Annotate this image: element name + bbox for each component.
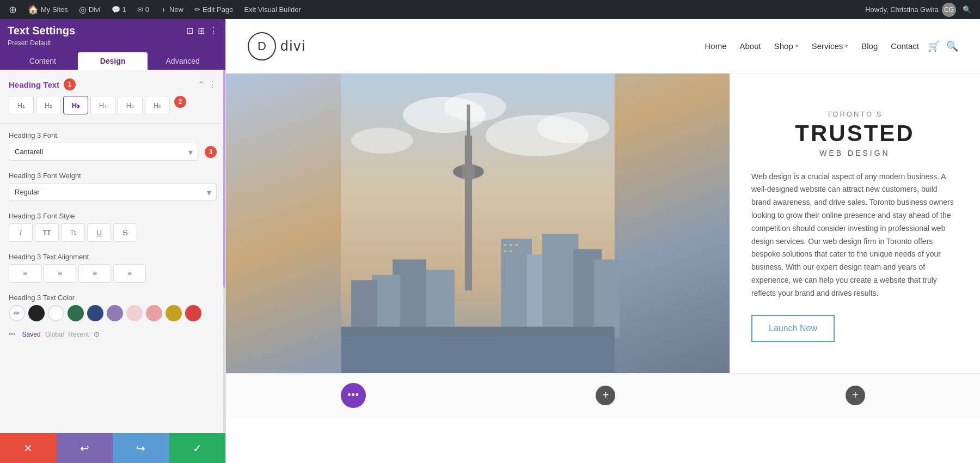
nav-home[interactable]: Home xyxy=(705,41,726,51)
nav-contact[interactable]: Contact xyxy=(891,41,919,51)
heading-levels: H₁ H₂ H₃ H₄ H₅ H₆ 2 xyxy=(0,96,225,121)
color-picker-button[interactable]: ✏ xyxy=(9,305,25,321)
color-saved-label: Saved xyxy=(22,331,41,338)
panel-resize-icon[interactable]: ⊡ xyxy=(186,26,193,36)
toronto-subtext: TORONTO'S xyxy=(751,110,958,118)
search-admin-icon[interactable]: 🔍 xyxy=(958,0,976,19)
toronto-webdesign: WEB DESIGN xyxy=(751,149,958,157)
svg-rect-21 xyxy=(509,244,512,246)
undo-button[interactable]: ↩ xyxy=(57,433,113,463)
avatar: CG xyxy=(942,3,956,17)
color-swatch-dark-green[interactable] xyxy=(68,305,84,321)
logo-text: divi xyxy=(280,38,306,54)
nav-services[interactable]: Services ▾ xyxy=(812,41,849,51)
align-left-button[interactable]: ≡ xyxy=(9,264,41,283)
panel-more-icon[interactable]: ⋮ xyxy=(209,26,218,36)
h3-button[interactable]: H₃ xyxy=(63,96,88,114)
h6-button[interactable]: H₆ xyxy=(145,96,170,114)
comments-link[interactable]: 💬 1 xyxy=(107,0,131,19)
font-style-field-group: Heading 3 Font Style I TT Tt U S xyxy=(0,206,225,247)
color-swatch-black[interactable] xyxy=(28,305,45,321)
site-content: TORONTO'S TRUSTED WEB DESIGN Web design … xyxy=(226,74,980,463)
messages-link[interactable]: ✉ 0 xyxy=(133,0,154,19)
alignment-buttons: ≡ ≡ ≡ ≡ xyxy=(9,264,217,283)
italic-button[interactable]: I xyxy=(9,223,33,242)
svg-rect-6 xyxy=(465,136,472,290)
uppercase-button[interactable]: TT xyxy=(35,223,59,242)
site-nav: D divi Home About Shop ▾ Services ▾ xyxy=(226,19,980,74)
cancel-button[interactable]: ✕ xyxy=(0,433,57,463)
shop-chevron-icon: ▾ xyxy=(795,42,799,50)
tab-design[interactable]: Design xyxy=(78,52,148,70)
h4-button[interactable]: H₄ xyxy=(90,96,115,114)
new-button[interactable]: ＋ New xyxy=(156,0,188,19)
color-swatch-white[interactable] xyxy=(48,305,64,321)
site-menu-icons: 🛒 🔍 xyxy=(928,40,958,52)
content-bottom-row: ••• + + xyxy=(226,373,980,417)
heading-text-section: Heading Text 1 ⌃ ⋮ xyxy=(0,70,225,96)
section-options-button[interactable]: ••• xyxy=(341,383,366,408)
nav-blog[interactable]: Blog xyxy=(861,41,878,51)
svg-rect-9 xyxy=(462,165,475,179)
edit-page-link[interactable]: ✏ Edit Page xyxy=(190,0,237,19)
nav-shop[interactable]: Shop ▾ xyxy=(774,41,799,51)
svg-rect-26 xyxy=(341,337,615,373)
h2-button[interactable]: H₂ xyxy=(36,96,61,114)
launch-now-button[interactable]: Launch Now xyxy=(751,315,835,342)
divi-menu[interactable]: ◎ Divi xyxy=(75,0,105,19)
section-more-icon[interactable]: ⋮ xyxy=(208,80,217,90)
color-swatch-dark-blue[interactable] xyxy=(87,305,103,321)
svg-point-4 xyxy=(537,112,610,143)
underline-button[interactable]: U xyxy=(87,223,111,242)
exit-builder-link[interactable]: Exit Visual Builder xyxy=(240,0,305,19)
services-chevron-icon: ▾ xyxy=(845,42,848,50)
panel-header-icons: ⊡ ⊞ ⋮ xyxy=(186,26,218,36)
cart-icon[interactable]: 🛒 xyxy=(928,40,940,52)
color-swatch-gold[interactable] xyxy=(166,305,182,321)
color-swatches-row: ✏ xyxy=(9,305,217,321)
color-settings-gear-icon[interactable]: ⚙ xyxy=(93,330,100,339)
my-sites-menu[interactable]: 🏠 My Sites xyxy=(23,0,72,19)
more-colors-dots[interactable]: ••• xyxy=(9,331,16,338)
color-swatch-purple[interactable] xyxy=(107,305,123,321)
nav-about[interactable]: About xyxy=(739,41,761,51)
badge-2: 2 xyxy=(174,96,186,108)
align-justify-button[interactable]: ≡ xyxy=(113,264,146,283)
section-title: Heading Text xyxy=(9,80,59,89)
text-alignment-field-group: Heading 3 Text Alignment ≡ ≡ ≡ ≡ xyxy=(0,247,225,288)
font-style-label: Heading 3 Font Style xyxy=(9,212,217,220)
content-row: TORONTO'S TRUSTED WEB DESIGN Web design … xyxy=(226,74,980,373)
svg-rect-13 xyxy=(542,234,578,337)
search-icon[interactable]: 🔍 xyxy=(946,40,958,52)
color-swatch-pink[interactable] xyxy=(146,305,162,321)
collapse-icon[interactable]: ⌃ xyxy=(198,80,205,90)
color-recent-label: Recent xyxy=(68,331,89,338)
content-right: TORONTO'S TRUSTED WEB DESIGN Web design … xyxy=(730,74,980,373)
text-settings-panel: Text Settings ⊡ ⊞ ⋮ Preset: Default Cont… xyxy=(0,19,226,463)
align-right-button[interactable]: ≡ xyxy=(78,264,111,283)
save-button[interactable]: ✓ xyxy=(169,433,226,463)
panel-columns-icon[interactable]: ⊞ xyxy=(198,26,205,36)
font-weight-select[interactable]: Regular Bold Light xyxy=(9,183,217,201)
panel-header: Text Settings ⊡ ⊞ ⋮ Preset: Default Cont… xyxy=(0,19,225,70)
svg-rect-22 xyxy=(515,244,518,246)
strikethrough-button[interactable]: S xyxy=(113,223,137,242)
capitalize-button[interactable]: Tt xyxy=(61,223,85,242)
h5-button[interactable]: H₅ xyxy=(118,96,143,114)
add-section-button-1[interactable]: + xyxy=(596,386,615,405)
tab-advanced[interactable]: Advanced xyxy=(148,52,218,70)
align-center-button[interactable]: ≡ xyxy=(44,264,76,283)
style-buttons: I TT Tt U S xyxy=(9,223,217,242)
svg-point-2 xyxy=(444,93,506,121)
font-select[interactable]: Cantarell xyxy=(9,143,198,161)
color-swatch-light-pink[interactable] xyxy=(126,305,143,321)
h1-button[interactable]: H₁ xyxy=(9,96,34,114)
panel-footer: ✕ ↩ ↪ ✓ xyxy=(0,433,225,463)
wp-icon[interactable]: ⊕ xyxy=(4,0,21,19)
toronto-trusted: TRUSTED xyxy=(751,120,958,147)
preset-label: Preset: Default xyxy=(8,39,218,47)
tab-content[interactable]: Content xyxy=(8,52,78,70)
redo-button[interactable]: ↪ xyxy=(113,433,169,463)
add-section-button-2[interactable]: + xyxy=(846,386,865,405)
color-swatch-red[interactable] xyxy=(185,305,201,321)
